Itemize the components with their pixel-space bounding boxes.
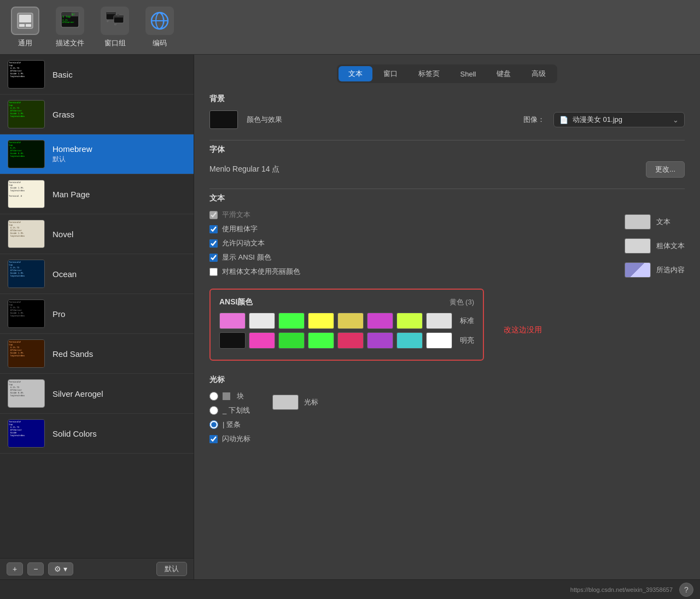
ansi-std-1[interactable] (249, 313, 275, 329)
bold-color-label: 粗体文本 (656, 241, 685, 251)
ansi-title: ANSI颜色 (219, 297, 253, 307)
profile-solidcolors[interactable]: Terminal#top 4.1% 73 ATSServer Xcode log… (0, 414, 194, 454)
divider-1 (209, 140, 685, 140)
ansi-std-6[interactable] (396, 313, 423, 329)
toolbar-label-profiles: 描述文件 (56, 38, 84, 48)
checkbox-smooth-label: 平滑文本 (222, 210, 250, 220)
gear-button[interactable]: ⚙ ▾ (48, 562, 73, 575)
toolbar-item-windowgroups[interactable]: $! $! 窗口组 (101, 7, 129, 48)
dropdown-chevron-icon: ⌄ (673, 116, 679, 124)
profile-ocean[interactable]: Terminal#top 4.1% 73 ATSServer Xcode 1.9… (0, 254, 194, 294)
ansi-bright-6[interactable] (396, 332, 423, 349)
help-button[interactable]: ? (679, 583, 693, 597)
ansi-std-4[interactable] (337, 313, 364, 329)
profile-name-solidcolors: Solid Colors (52, 429, 97, 438)
svg-rect-3 (26, 24, 31, 27)
svg-rect-15 (117, 14, 119, 16)
font-row: Menlo Regular 14 点 更改... (209, 161, 685, 178)
tab-advanced[interactable]: 高级 (522, 66, 556, 81)
text-boldcolor-row: 粗体文本 (625, 238, 685, 254)
cursor-vbar-row: | 竖条 (209, 420, 250, 430)
profile-name-novel: Novel (52, 230, 73, 239)
cursor-vbar-radio[interactable] (209, 420, 218, 429)
sidebar-bottom-bar: + − ⚙ ▾ 默认 (0, 558, 194, 579)
ansi-bright-5[interactable] (367, 332, 393, 349)
svg-rect-12 (106, 12, 116, 14)
profile-novel[interactable]: Terminal#top 4.1% 73 ATSServer Xcode 1.9… (0, 214, 194, 254)
profile-basic[interactable]: Terminal#top 4.1% 73 ATSServer Xcode 1.9… (0, 55, 194, 95)
ansi-hint: 黄色 (3) (450, 297, 475, 307)
gear-chevron-icon: ▾ (63, 565, 67, 573)
background-image-dropdown[interactable]: 📄 动漫美女 01.jpg ⌄ (553, 112, 685, 127)
ansi-std-7[interactable] (426, 313, 452, 329)
cursor-underline-label: _ 下划线 (223, 406, 250, 415)
toolbar-label-encoding: 编码 (153, 38, 167, 48)
checkbox-bold-row: 使用粗体字 (209, 224, 614, 234)
profile-redsands[interactable]: Terminal#top 4.1% 73 ATSServer Xcode 1.9… (0, 334, 194, 374)
tab-text[interactable]: 文本 (339, 66, 372, 81)
svg-rect-2 (19, 24, 25, 27)
general-icon (11, 7, 39, 35)
toolbar-item-encoding[interactable]: 编码 (145, 7, 174, 48)
checkbox-bright-label: 对粗体文本使用亮丽颜色 (222, 267, 300, 277)
encoding-icon (145, 7, 174, 35)
toolbar-item-general[interactable]: 通用 (11, 7, 39, 48)
selection-color-swatch[interactable] (625, 262, 651, 278)
thumbnail-homebrew: Terminal#top 6.2% ATSServer Xcode 0.8% l… (8, 140, 45, 168)
text-color-swatch[interactable] (625, 214, 651, 230)
ansi-std-0[interactable] (219, 313, 246, 329)
thumbnail-basic: Terminal#top 4.1% 73 ATSServer Xcode 1.9… (8, 60, 45, 89)
ansi-bright-2[interactable] (278, 332, 305, 349)
ansi-std-2[interactable] (278, 313, 305, 329)
ansi-wrapper: ANSI颜色 黄色 (3) 标准 (209, 289, 685, 372)
remove-profile-button[interactable]: − (27, 562, 44, 575)
cursor-color-swatch[interactable] (272, 395, 299, 410)
profile-pro[interactable]: Terminal#top 4.1% 73 ATSServer Xcode 1.9… (0, 294, 194, 334)
ansi-bright-row: 明亮 (219, 332, 474, 349)
file-icon: 📄 (559, 116, 568, 124)
checkbox-ansi-label: 显示 ANSI 颜色 (222, 252, 271, 262)
change-font-button[interactable]: 更改... (646, 161, 685, 178)
cursor-underline-radio[interactable] (209, 406, 218, 415)
thumbnail-novel: Terminal#top 4.1% 73 ATSServer Xcode 1.9… (8, 220, 45, 248)
checkbox-ansi-row: 显示 ANSI 颜色 (209, 252, 614, 262)
cursor-options: 块 _ 下划线 | 竖条 闪动光标 (209, 391, 250, 448)
cursor-block-radio[interactable] (209, 392, 218, 401)
profile-silveraerogel[interactable]: Terminal#top 4.1% 73 ATSServer Xcode 0.8… (0, 374, 194, 414)
ansi-section: ANSI颜色 黄色 (3) 标准 (209, 289, 484, 361)
default-button[interactable]: 默认 (156, 562, 187, 576)
ansi-bright-1[interactable] (249, 332, 275, 349)
bold-color-swatch[interactable] (625, 238, 651, 254)
checkbox-smooth[interactable] (209, 211, 218, 219)
checkbox-smooth-row: 平滑文本 (209, 210, 614, 220)
ansi-std-5[interactable] (367, 313, 393, 329)
tab-window[interactable]: 窗口 (374, 66, 407, 81)
tab-keyboard[interactable]: 键盘 (487, 66, 521, 81)
background-color-swatch[interactable] (209, 110, 238, 129)
tab-shell[interactable]: Shell (451, 66, 486, 81)
checkbox-ansi[interactable] (209, 254, 218, 262)
profile-homebrew[interactable]: Terminal#top 6.2% ATSServer Xcode 0.8% l… (0, 134, 194, 174)
cursor-blink-checkbox[interactable] (209, 435, 218, 443)
ansi-bright-3[interactable] (308, 332, 334, 349)
checkbox-blink[interactable] (209, 239, 218, 248)
checkbox-blink-label: 允许闪动文本 (222, 238, 265, 248)
ansi-bright-7[interactable] (426, 332, 452, 349)
ansi-std-3[interactable] (308, 313, 334, 329)
profile-manpage[interactable]: Terminal#top Xcode 1.9% loginwindow Term… (0, 174, 194, 214)
thumbnail-solidcolors: Terminal#top 4.1% 73 ATSServer Xcode log… (8, 419, 45, 448)
checkbox-bold[interactable] (209, 225, 218, 233)
profile-grass[interactable]: Terminal#top 4.1% 73 ATSServer Xcode 1.9… (0, 95, 194, 134)
content-panel: 文本 窗口 标签页 Shell 键盘 高级 背景 颜色与效果 图像： 📄 动漫美… (194, 55, 700, 579)
thumbnail-grass: Terminal#top 4.1% 73 ATSServer Xcode 1.9… (8, 100, 45, 128)
add-profile-button[interactable]: + (7, 562, 23, 575)
checkbox-bright[interactable] (209, 268, 218, 276)
cursor-underline-row: _ 下划线 (209, 406, 250, 415)
toolbar-item-profiles[interactable]: $ top 4.1% ATSServer $! 描述文件 (56, 7, 84, 48)
checkbox-blink-row: 允许闪动文本 (209, 238, 614, 248)
ansi-bright-0[interactable] (219, 332, 246, 349)
ansi-bright-4[interactable] (337, 332, 364, 349)
profile-subtitle-homebrew: 默认 (52, 155, 92, 164)
text-checkboxes-col: 平滑文本 使用粗体字 允许闪动文本 显示 ANSI 颜色 对粗体文本使用亮丽颜色 (209, 210, 614, 282)
tab-tabpage[interactable]: 标签页 (409, 66, 450, 81)
